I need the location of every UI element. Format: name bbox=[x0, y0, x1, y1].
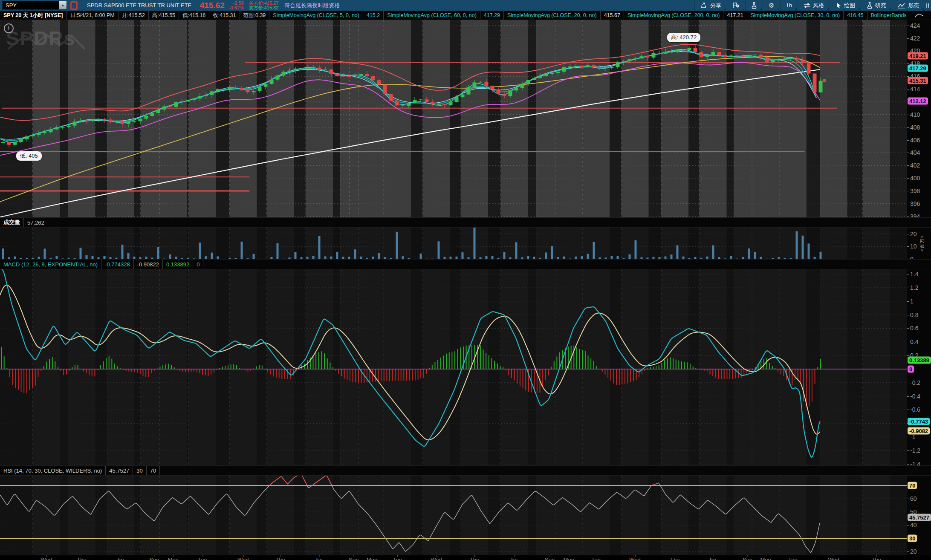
symbol-dropdown-icon[interactable]: ▾ bbox=[59, 1, 66, 9]
rsi-value: 45.7527 bbox=[106, 466, 133, 475]
study-label[interactable]: SimpleMovingAvg (CLOSE, 60, 0, no) bbox=[384, 11, 480, 20]
share-button[interactable]: 分享 bbox=[694, 0, 727, 11]
chart-corner-button[interactable] bbox=[907, 11, 931, 20]
rsi-pane[interactable]: 605040207045.752730 bbox=[0, 476, 931, 555]
low-price-bubble: 低: 405 bbox=[16, 151, 42, 161]
time-axis-label: Fri bbox=[316, 557, 322, 560]
axis-tick-label: 10 bbox=[910, 243, 917, 250]
ohlc-field: 收:415.31 bbox=[209, 11, 240, 20]
alerts-flag-button[interactable] bbox=[727, 0, 745, 11]
session-eligibility-note: 符合延长隔夜时段资格 bbox=[284, 2, 340, 9]
time-axis-label: Mon bbox=[367, 557, 377, 560]
study-label[interactable]: SimpleMovingAvg (CLOSE, 200, 0, no) bbox=[624, 11, 724, 20]
last-price: 415.62 bbox=[200, 1, 225, 10]
symbol-value[interactable]: SPY bbox=[3, 2, 59, 9]
axis-tick-label: 414 bbox=[910, 86, 920, 92]
axis-tick-label: 1.4 bbox=[910, 271, 918, 277]
settings-button[interactable]: ⚙ bbox=[763, 0, 780, 11]
time-axis-label: Thu bbox=[77, 557, 86, 560]
volume-pane[interactable]: <百万> 20100 bbox=[0, 228, 931, 259]
ask-price: 卖方价:415.32 bbox=[249, 6, 279, 10]
time-axis-label: Mon bbox=[168, 557, 179, 560]
draw-button[interactable]: 绘图 bbox=[830, 0, 861, 11]
study-label[interactable]: SimpleMovingAvg (CLOSE, 20, 0, no) bbox=[504, 11, 601, 20]
volume-header: 成交量57,262 bbox=[0, 217, 931, 228]
time-axis-label: Fri bbox=[511, 557, 518, 560]
study-value: 417.21 bbox=[723, 11, 747, 20]
more-tools-button[interactable] bbox=[925, 0, 931, 11]
toolbar-buttons: 分享⚙1h风格绘图研究形态 bbox=[694, 0, 931, 11]
axis-tick-label: -0.2 bbox=[910, 379, 920, 386]
volume-axis[interactable]: <百万> 20100 bbox=[907, 228, 931, 259]
time-axis-label: Tue bbox=[788, 557, 798, 560]
axis-tick-label: 422 bbox=[910, 35, 920, 42]
time-axis-label: Tue bbox=[393, 557, 402, 560]
studies-row: SPY 20 天 1小时 [NYSE]日:5/4/21, 6:00 PM开:41… bbox=[0, 11, 931, 20]
ohlc-field: 范围:0.39 bbox=[240, 11, 270, 20]
time-axis-label: Wed bbox=[40, 557, 52, 560]
trading-app-window: SPY ▾ SPDR S&P500 ETF TRUST TR UNIT ETF … bbox=[0, 0, 931, 560]
axis-tick-label: 0.8 bbox=[910, 312, 918, 318]
time-axis-label: Mon bbox=[564, 557, 574, 560]
macd-value: -0.774328 bbox=[101, 260, 134, 269]
info-icon[interactable]: ! bbox=[4, 23, 14, 33]
axis-tick-label: -0.4 bbox=[910, 393, 920, 400]
axis-tick-label: 396 bbox=[910, 200, 920, 207]
axis-tick-label: 402 bbox=[910, 162, 920, 169]
price-chart-canvas[interactable] bbox=[0, 20, 907, 217]
time-axis-label: Thu bbox=[275, 557, 285, 560]
time-axis-label: Wed bbox=[629, 557, 641, 560]
symbol-info-area: SPY ▾ SPDR S&P500 ETF TRUST TR UNIT ETF … bbox=[0, 0, 694, 11]
axis-tick-label: 424 bbox=[910, 22, 920, 29]
macd-pane[interactable]: 1.41.210.80.60.40.2-0.2-0.4-0.6-0.8-1-1.… bbox=[0, 269, 931, 465]
ohlc-field: 低:415.16 bbox=[179, 11, 209, 20]
patterns-button[interactable]: 形态 bbox=[892, 0, 925, 11]
study-label[interactable]: SimpleMovingAvg (CLOSE, 5, 0, no) bbox=[269, 11, 363, 20]
rsi-axis[interactable]: 605040207045.752730 bbox=[907, 476, 931, 555]
axis-tick-label: 410 bbox=[910, 111, 920, 118]
symbol-input[interactable]: SPY ▾ bbox=[2, 1, 67, 10]
price-chart-pane[interactable]: SPDRs ! 高: 420.72 低: 405 424422420418416… bbox=[0, 20, 931, 217]
style-button[interactable]: 风格 bbox=[798, 0, 830, 11]
rsi-canvas[interactable] bbox=[0, 476, 907, 555]
timeframe-button[interactable]: 1h bbox=[780, 0, 798, 11]
change-value: -2.58 bbox=[229, 1, 244, 6]
price-change: -2.58 -0.62% bbox=[229, 1, 244, 10]
volume-canvas[interactable] bbox=[0, 228, 907, 259]
macd-canvas[interactable] bbox=[0, 269, 907, 465]
macd-value: 0 bbox=[193, 260, 203, 269]
axis-tick-label: -1.2 bbox=[910, 447, 920, 454]
macd-value: -0.90822 bbox=[134, 260, 163, 269]
chart-title: SPY 20 天 1小时 [NYSE] bbox=[0, 11, 66, 20]
time-axis-label: Thu bbox=[470, 557, 479, 560]
top-toolbar: SPY ▾ SPDR S&P500 ETF TRUST TR UNIT ETF … bbox=[0, 0, 931, 11]
axis-value-badge: 0.13389 bbox=[908, 356, 931, 364]
axis-value-badge: 0 bbox=[908, 365, 914, 372]
time-axis-label: Thu bbox=[871, 557, 881, 560]
axis-tick-label: 0 bbox=[910, 256, 914, 259]
study-label[interactable]: SimpleMovingAvg (CLOSE, 30, 0, no) bbox=[747, 11, 844, 20]
curve-arrow-icon bbox=[914, 12, 924, 18]
ohlc-field: 高:415.55 bbox=[149, 11, 179, 20]
axis-tick-label: 0.6 bbox=[910, 325, 918, 332]
change-percent: -0.62% bbox=[229, 6, 244, 10]
studies-button[interactable]: 研究 bbox=[861, 0, 892, 11]
time-axis[interactable]: WedThuFriSunMonTueWedThuFriSunMonTueWedT… bbox=[0, 555, 931, 560]
axis-value-badge: 30 bbox=[908, 535, 917, 542]
ohlc-field: 日:5/4/21, 6:00 PM bbox=[66, 11, 118, 20]
time-axis-label: Tue bbox=[591, 557, 601, 560]
draw-button-label: 绘图 bbox=[844, 2, 855, 9]
time-axis-label: Sun bbox=[545, 557, 555, 560]
quick-study-button[interactable] bbox=[745, 0, 763, 11]
macd-axis[interactable]: 1.41.210.80.60.40.2-0.2-0.4-0.6-0.8-1-1.… bbox=[907, 269, 931, 465]
share-button-label: 分享 bbox=[710, 2, 721, 9]
macd-study-label[interactable]: MACD (12, 26, 9, EXPONENTIAL, no) bbox=[0, 260, 101, 269]
axis-tick-label: -1 bbox=[910, 433, 915, 440]
time-axis-label: Wed bbox=[431, 557, 442, 560]
rsi-study-label[interactable]: RSI (14, 70, 30, CLOSE, WILDERS, no) bbox=[0, 466, 106, 475]
time-axis-label: Wed bbox=[828, 557, 839, 560]
price-axis[interactable]: 4244224204184164144124104084064044024003… bbox=[907, 20, 931, 217]
axis-tick-label: 1 bbox=[910, 298, 914, 305]
volume-label[interactable]: 成交量 bbox=[0, 218, 24, 227]
style-button-label: 风格 bbox=[813, 2, 824, 9]
